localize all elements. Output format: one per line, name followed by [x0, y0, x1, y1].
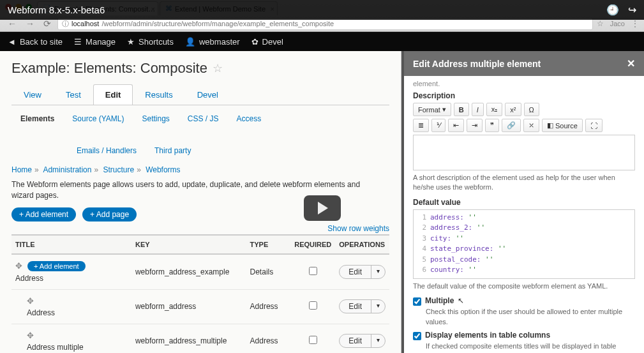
forward-icon[interactable]: →: [23, 19, 37, 29]
subtab-source-yaml[interactable]: Source (YAML): [72, 114, 124, 123]
ck-italic-icon[interactable]: I: [472, 103, 484, 116]
required-checkbox[interactable]: [309, 267, 317, 275]
operations-dropbutton[interactable]: Edit▾: [339, 265, 386, 279]
col-title: TITLE: [11, 235, 131, 254]
row-key: webform_address: [131, 289, 246, 324]
row-key: webform_address_multiple: [131, 324, 246, 353]
row-key: webform_address_example: [131, 254, 246, 290]
ck-indent-icon[interactable]: ⇥: [467, 119, 483, 132]
edit-button[interactable]: Edit: [340, 334, 371, 347]
breadcrumb-link[interactable]: Home: [11, 165, 32, 174]
multiple-help: Check this option if the user should be …: [426, 307, 635, 327]
add-page-button[interactable]: + Add page: [82, 207, 137, 222]
chevron-down-icon: ▾: [442, 105, 446, 114]
edit-button[interactable]: Edit: [340, 266, 371, 278]
table-columns-label[interactable]: Display elements in table columns: [425, 331, 550, 340]
video-play-button[interactable]: [304, 195, 341, 221]
drag-handle-icon[interactable]: ✥: [27, 296, 34, 306]
table-row: ✥+ Add elementAddresswebform_address_exa…: [11, 254, 389, 290]
ckeditor-toolbar-2: ≣ ⅟ ⇤ ⇥ ❞ 🔗 ⤫ ◧ Source ⛶: [413, 119, 635, 132]
ck-format-dropdown[interactable]: Format ▾: [413, 103, 451, 116]
ck-superscript-icon[interactable]: x²: [505, 103, 521, 116]
breadcrumb-link[interactable]: Administration: [43, 165, 91, 174]
chevron-down-icon[interactable]: ▾: [371, 334, 385, 347]
share-icon[interactable]: ↪: [628, 4, 636, 16]
show-row-weights-link[interactable]: Show row weights: [327, 224, 389, 233]
close-panel-icon[interactable]: ✕: [627, 57, 635, 70]
arrow-left-icon: ◄: [8, 37, 16, 47]
required-checkbox[interactable]: [309, 336, 317, 344]
breadcrumb-link[interactable]: Structure: [103, 165, 134, 174]
subtab-third-party[interactable]: Third party: [154, 146, 191, 155]
edit-element-panel: Edit Address multiple element ✕ element.…: [401, 51, 644, 353]
description-help: A short description of the element used …: [413, 173, 635, 193]
ck-bold-icon[interactable]: B: [454, 103, 469, 116]
operations-dropbutton[interactable]: Edit▾: [339, 299, 386, 313]
ck-unlink-icon[interactable]: ⤫: [523, 119, 539, 132]
watch-later-icon[interactable]: 🕘: [606, 4, 619, 16]
breadcrumb-link[interactable]: Webforms: [146, 165, 180, 174]
bookmark-star-icon[interactable]: ☆: [597, 19, 604, 28]
hamburger-icon: ☰: [74, 37, 82, 47]
table-row: ✥Addresswebform_addressAddressEdit▾: [11, 289, 389, 324]
description-textarea[interactable]: [413, 135, 635, 170]
table-columns-checkbox[interactable]: [413, 332, 421, 340]
reload-icon[interactable]: ⟳: [41, 19, 54, 29]
col-type: TYPE: [246, 235, 291, 254]
star-icon: ★: [127, 37, 135, 47]
toolbar-devel[interactable]: ✿Devel: [251, 37, 283, 47]
menu-icon[interactable]: ⋮: [631, 19, 639, 28]
tab-view[interactable]: View: [11, 84, 54, 105]
chevron-down-icon[interactable]: ▾: [371, 266, 385, 278]
ck-link-icon[interactable]: 🔗: [502, 119, 521, 132]
row-title: Address: [15, 274, 128, 283]
ck-number-list-icon[interactable]: ⅟: [431, 119, 446, 132]
gear-icon: ✿: [251, 37, 258, 47]
video-title-text: Webform 8.x-5.x-beta6: [8, 4, 105, 15]
favorite-star-icon[interactable]: ☆: [213, 61, 223, 75]
toolbar-shortcuts[interactable]: ★Shortcuts: [127, 37, 174, 47]
subtab-emails-handlers[interactable]: Emails / Handlers: [77, 146, 137, 155]
main-content: Example: Elements: Composite ☆ View Test…: [0, 51, 401, 353]
edit-button[interactable]: Edit: [340, 300, 371, 313]
ck-subscript-icon[interactable]: x₂: [486, 103, 503, 116]
operations-dropbutton[interactable]: Edit▾: [339, 334, 386, 348]
default-value-label: Default value: [413, 198, 635, 207]
toolbar-back-to-site[interactable]: ◄Back to site: [8, 37, 63, 47]
multiple-checkbox[interactable]: [413, 297, 421, 306]
tab-devel[interactable]: Devel: [185, 84, 230, 105]
play-icon: [318, 202, 328, 214]
tab-test[interactable]: Test: [54, 84, 93, 105]
ck-outdent-icon[interactable]: ⇤: [448, 119, 464, 132]
admin-toolbar: ◄Back to site ☰Manage ★Shortcuts 👤webmas…: [0, 32, 644, 51]
tab-edit[interactable]: Edit: [93, 84, 133, 105]
ck-special-char-icon[interactable]: Ω: [524, 103, 539, 116]
chevron-down-icon[interactable]: ▾: [371, 300, 385, 313]
subtab-access[interactable]: Access: [237, 114, 262, 123]
ck-source-button[interactable]: ◧ Source: [542, 119, 583, 132]
add-child-element-button[interactable]: + Add element: [27, 261, 86, 271]
required-checkbox[interactable]: [309, 301, 317, 310]
subtab-css-js[interactable]: CSS / JS: [188, 114, 219, 123]
toolbar-manage[interactable]: ☰Manage: [74, 37, 116, 47]
add-element-button[interactable]: + Add element: [11, 207, 76, 222]
col-required: REQUIRED: [290, 235, 335, 254]
info-icon[interactable]: ⓘ: [62, 19, 69, 29]
row-type: Address: [246, 324, 291, 353]
default-value-editor[interactable]: 1address: ''2address_2: ''3city: ''4stat…: [413, 209, 635, 279]
col-operations: OPERATIONS: [335, 235, 389, 254]
multiple-label[interactable]: Multiple: [425, 296, 454, 305]
drag-handle-icon[interactable]: ✥: [27, 331, 34, 340]
user-icon: 👤: [185, 37, 195, 47]
ck-blockquote-icon[interactable]: ❞: [485, 119, 499, 132]
cursor-icon: ↖: [458, 296, 464, 305]
drag-handle-icon[interactable]: ✥: [15, 261, 22, 271]
subtab-settings[interactable]: Settings: [142, 114, 170, 123]
breadcrumb: Home» Administration» Structure» Webform…: [11, 165, 389, 174]
tab-results[interactable]: Results: [133, 84, 184, 105]
toolbar-user[interactable]: 👤webmaster: [185, 37, 240, 47]
ck-bullet-list-icon[interactable]: ≣: [413, 119, 429, 132]
ck-maximize-icon[interactable]: ⛶: [585, 119, 603, 132]
account-label[interactable]: Jaco: [610, 20, 625, 27]
subtab-elements[interactable]: Elements: [20, 114, 54, 123]
